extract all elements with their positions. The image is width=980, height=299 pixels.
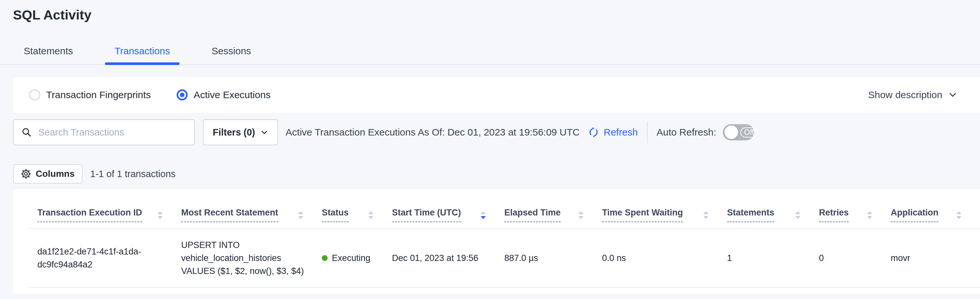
table-row[interactable]: da1f21e2-de71-4c1f-a1da-dc9fc94a84a2 UPS…	[28, 229, 980, 288]
controls-row: Filters (0) Active Transaction Execution…	[13, 119, 980, 145]
gear-icon	[21, 169, 31, 179]
sort-icon	[368, 211, 374, 220]
table-toolbar: Columns 1-1 of 1 transactions	[13, 164, 980, 184]
chevron-down-icon	[261, 128, 268, 136]
radio-selected-icon	[177, 90, 188, 101]
header-application[interactable]: Application	[891, 208, 980, 228]
radio-label: Transaction Fingerprints	[46, 90, 151, 101]
auto-refresh-toggle[interactable]: Off	[723, 124, 754, 141]
cell-most-recent-statement: UPSERT INTO vehicle_location_histories V…	[181, 238, 322, 278]
columns-button[interactable]: Columns	[13, 164, 83, 184]
sort-icon	[578, 211, 584, 220]
header-status[interactable]: Status	[322, 208, 392, 228]
filters-button[interactable]: Filters (0)	[203, 119, 278, 145]
status-executing-dot-icon	[322, 255, 328, 261]
header-start-time[interactable]: Start Time (UTC)	[392, 208, 504, 228]
refresh-icon	[587, 126, 600, 138]
header-statements[interactable]: Statements	[727, 208, 819, 228]
cell-status: Executing	[322, 251, 392, 265]
sort-icon	[298, 211, 304, 220]
chevron-down-icon	[948, 90, 957, 99]
sort-icon	[703, 211, 709, 220]
header-most-recent-statement[interactable]: Most Recent Statement	[181, 208, 322, 228]
tab-bar: Statements Transactions Sessions	[0, 34, 980, 65]
columns-label: Columns	[36, 169, 75, 179]
header-time-spent-waiting[interactable]: Time Spent Waiting	[602, 208, 727, 228]
cell-application: movr	[891, 251, 980, 265]
view-mode-panel: Transaction Fingerprints Active Executio…	[13, 77, 980, 113]
page-title: SQL Activity	[0, 0, 980, 22]
header-elapsed-time[interactable]: Elapsed Time	[504, 208, 602, 228]
as-of-timestamp: Active Transaction Executions As Of: Dec…	[286, 127, 580, 138]
toggle-knob-icon	[724, 125, 738, 139]
filters-label: Filters (0)	[213, 127, 255, 138]
cell-retries: 0	[819, 251, 891, 265]
tab-transactions[interactable]: Transactions	[115, 34, 170, 64]
sort-icon	[795, 211, 801, 220]
sort-desc-icon	[480, 211, 487, 220]
auto-refresh-label: Auto Refresh:	[657, 127, 716, 138]
auto-refresh-group: Auto Refresh: Off	[657, 124, 754, 141]
cell-start-time: Dec 01, 2023 at 19:56	[392, 251, 504, 265]
table-header-row: Transaction Execution ID Most Recent Sta…	[28, 189, 980, 229]
toggle-state-label: Off	[740, 127, 758, 138]
results-count: 1-1 of 1 transactions	[90, 169, 176, 179]
sort-icon	[956, 211, 962, 220]
tab-sessions[interactable]: Sessions	[212, 34, 251, 64]
radio-transaction-fingerprints[interactable]: Transaction Fingerprints	[29, 90, 151, 101]
cell-statements: 1	[727, 251, 819, 265]
radio-label: Active Executions	[194, 90, 270, 101]
sort-icon	[157, 211, 163, 220]
search-input[interactable]	[38, 127, 188, 138]
radio-unselected-icon	[29, 90, 40, 101]
search-box[interactable]	[13, 119, 195, 145]
show-description-toggle[interactable]: Show description	[868, 90, 957, 101]
refresh-label: Refresh	[604, 127, 638, 138]
cell-time-spent-waiting: 0.0 ns	[602, 251, 727, 265]
transactions-table: Transaction Execution ID Most Recent Sta…	[13, 189, 980, 294]
show-description-label: Show description	[868, 90, 942, 101]
search-icon	[21, 127, 32, 138]
cell-elapsed-time: 887.0 µs	[504, 251, 602, 265]
status-label: Executing	[332, 251, 371, 265]
radio-active-executions[interactable]: Active Executions	[177, 90, 270, 101]
refresh-button[interactable]: Refresh	[587, 126, 638, 138]
tab-statements[interactable]: Statements	[24, 34, 73, 64]
sort-icon	[866, 211, 873, 220]
cell-transaction-execution-id: da1f21e2-de71-4c1f-a1da-dc9fc94a84a2	[28, 245, 162, 271]
header-retries[interactable]: Retries	[819, 208, 891, 228]
header-transaction-execution-id[interactable]: Transaction Execution ID	[28, 208, 181, 228]
vertical-divider	[647, 121, 648, 143]
